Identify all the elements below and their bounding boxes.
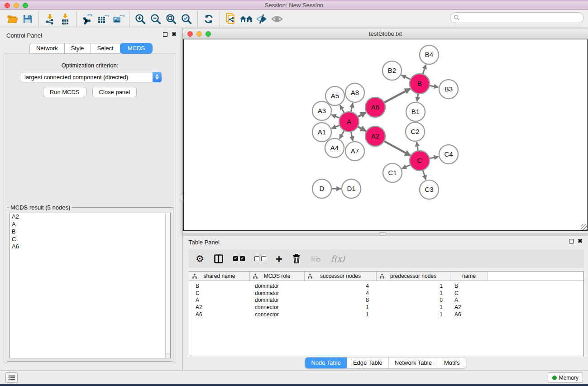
minimize-window-icon[interactable] xyxy=(14,3,19,8)
graph-edge-C-C3[interactable] xyxy=(423,170,426,180)
table-cell[interactable]: 0 xyxy=(377,297,450,303)
graph-edge-C-C4[interactable] xyxy=(429,157,438,158)
export-table-icon[interactable] xyxy=(95,12,110,26)
table-cell[interactable]: A xyxy=(450,297,488,303)
graph-edge-A-A7[interactable] xyxy=(351,132,353,141)
column-settings-gear-icon[interactable]: ⚙ xyxy=(196,251,204,267)
graph-edge-A2-C[interactable] xyxy=(384,141,411,156)
float-panel-icon[interactable] xyxy=(163,32,167,37)
refresh-icon[interactable] xyxy=(201,12,216,26)
network-minimize-icon[interactable] xyxy=(196,31,202,37)
panel-divider-horizontal-handle[interactable] xyxy=(379,232,386,236)
table-cell[interactable]: B xyxy=(189,283,250,289)
table-cell[interactable]: 1 xyxy=(377,304,450,310)
table-cell[interactable]: 1 xyxy=(305,304,377,310)
graph-edge-B-B3[interactable] xyxy=(430,86,439,87)
network-window-titlebar[interactable]: testGlobe.txt xyxy=(183,29,588,39)
graph-edge-B-B2[interactable] xyxy=(402,75,411,80)
tab-network-table[interactable]: Network Table xyxy=(388,357,438,368)
table-cell[interactable]: 4 xyxy=(305,290,377,296)
table-cell[interactable]: A2 xyxy=(450,304,488,310)
window-resize-grip[interactable] xyxy=(581,224,587,230)
table-row[interactable]: A6connector11A6 xyxy=(189,311,583,318)
zoom-out-icon[interactable] xyxy=(148,12,163,26)
criterion-dropdown[interactable]: largest connected component (directed) xyxy=(20,72,162,82)
graph-edge-A-A8[interactable] xyxy=(351,103,353,112)
tab-edge-table[interactable]: Edge Table xyxy=(347,357,388,368)
column-header-predecessor-nodes[interactable]: predecessor nodes xyxy=(377,272,450,281)
table-cell[interactable]: connector xyxy=(250,304,305,310)
result-scrollbar[interactable] xyxy=(165,213,170,353)
table-row[interactable]: A2connector11A2 xyxy=(189,304,583,311)
tab-network[interactable]: Network xyxy=(29,43,65,54)
table-cell[interactable]: A6 xyxy=(450,311,488,318)
close-panel-icon[interactable]: ✖ xyxy=(172,32,177,37)
tab-motifs[interactable]: Motifs xyxy=(438,357,466,368)
table-cell[interactable]: 1 xyxy=(377,290,450,296)
graph-edge-B-B1[interactable] xyxy=(417,94,418,101)
graph-edge-A-A2[interactable] xyxy=(358,127,366,131)
network-canvas[interactable]: ABCA6A2A1A3A4A5A7A8B1B2B3B4C1C2C3C4DD1 xyxy=(183,39,588,231)
mcds-result-item[interactable]: A2 xyxy=(10,213,170,221)
graph-edge-A-A1[interactable] xyxy=(331,125,339,129)
close-table-panel-icon[interactable]: ✖ xyxy=(578,239,583,243)
show-graphics-details-icon[interactable] xyxy=(269,12,285,26)
table-cell[interactable]: dominator xyxy=(250,283,305,289)
mcds-result-item[interactable]: B xyxy=(10,228,170,236)
graph-edge-A-A6[interactable] xyxy=(358,112,366,117)
hide-graphics-details-icon[interactable] xyxy=(254,12,269,26)
delete-table-icon[interactable] xyxy=(311,251,321,267)
graph-edge-B-B4[interactable] xyxy=(423,65,426,74)
zoom-in-icon[interactable] xyxy=(133,12,148,26)
table-row[interactable]: Cdominator41C xyxy=(189,290,583,297)
table-row[interactable]: Adominator80A xyxy=(189,296,583,304)
table-cell[interactable]: 1 xyxy=(377,283,450,289)
tab-mcds[interactable]: MCDS xyxy=(120,43,153,54)
task-history-button[interactable] xyxy=(5,372,18,383)
network-close-icon[interactable] xyxy=(187,31,193,37)
select-all-icon[interactable]: ✓✓ xyxy=(233,251,245,267)
column-header-MCDS-role[interactable]: MCDS role xyxy=(250,272,305,281)
new-network-from-file-icon[interactable] xyxy=(223,12,239,26)
table-cell[interactable]: connector xyxy=(250,311,305,318)
open-session-icon[interactable] xyxy=(5,12,20,26)
import-table-icon[interactable] xyxy=(57,12,73,26)
column-header-shared-name[interactable]: shared name xyxy=(189,272,250,281)
table-cell[interactable]: dominator xyxy=(250,297,305,303)
float-table-panel-icon[interactable] xyxy=(569,239,574,243)
search-field[interactable] xyxy=(450,12,584,23)
column-header-name[interactable]: name xyxy=(450,272,488,281)
table-cell[interactable]: 1 xyxy=(377,311,450,318)
table-cell[interactable]: 1 xyxy=(305,311,377,318)
table-cell[interactable]: B xyxy=(450,283,488,289)
table-cell[interactable]: A2 xyxy=(189,304,250,310)
mcds-result-list[interactable]: A2ABCA6 xyxy=(10,213,171,358)
zoom-selected-icon[interactable] xyxy=(179,12,194,26)
panel-divider-handle[interactable] xyxy=(180,195,183,201)
search-input[interactable] xyxy=(462,14,575,21)
table-cell[interactable]: A6 xyxy=(189,311,250,318)
close-panel-button[interactable]: Close panel xyxy=(92,87,137,97)
table-cell[interactable]: C xyxy=(189,290,250,296)
graph-edge-A6-B[interactable] xyxy=(384,89,410,103)
tab-select[interactable]: Select xyxy=(91,43,120,54)
memory-button[interactable]: Memory xyxy=(548,372,583,383)
close-window-icon[interactable] xyxy=(5,3,10,8)
add-column-plus-icon[interactable]: + xyxy=(276,251,282,267)
export-image-icon[interactable] xyxy=(110,12,126,26)
show-columns-icon[interactable] xyxy=(214,251,224,267)
tab-node-table[interactable]: Node Table xyxy=(305,357,347,368)
graph-edge-C-C1[interactable] xyxy=(402,165,411,169)
mcds-result-item[interactable]: A6 xyxy=(10,243,170,251)
graph-edge-A-A4[interactable] xyxy=(339,130,344,139)
deselect-all-icon[interactable] xyxy=(254,251,266,267)
graph-edge-A-A3[interactable] xyxy=(331,115,339,118)
tab-style[interactable]: Style xyxy=(64,43,91,54)
table-cell[interactable]: 4 xyxy=(305,283,377,289)
table-cell[interactable]: C xyxy=(450,290,488,296)
function-builder-icon[interactable]: f(x) xyxy=(331,251,345,267)
save-session-icon[interactable] xyxy=(20,12,35,26)
column-header-successor-nodes[interactable]: successor nodes xyxy=(305,272,377,281)
maximize-window-icon[interactable] xyxy=(23,3,28,8)
network-maximize-icon[interactable] xyxy=(206,31,211,37)
